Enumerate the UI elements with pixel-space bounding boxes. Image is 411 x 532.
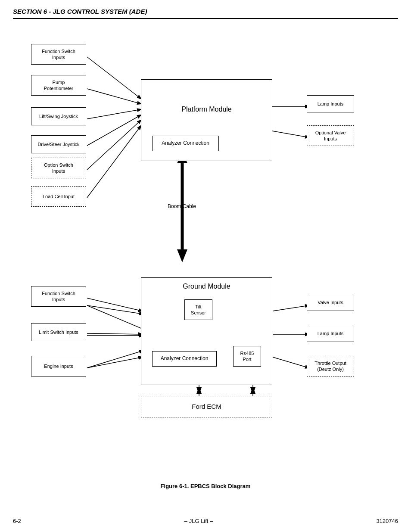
platform-module-box: Platform Module Analyzer Connection <box>141 79 272 161</box>
svg-line-17 <box>87 357 142 368</box>
svg-line-11 <box>87 305 143 314</box>
header-title: SECTION 6 - JLG CONTROL SYSTEM (ADE) <box>13 8 147 15</box>
engine-inputs: Engine Inputs <box>31 356 86 376</box>
page-header: SECTION 6 - JLG CONTROL SYSTEM (ADE) <box>13 8 398 19</box>
svg-line-2 <box>87 109 141 119</box>
ford-ecm-label: Ford ECM <box>192 402 221 411</box>
svg-line-3 <box>87 115 141 146</box>
option-switch-inputs: Option SwitchInputs <box>31 158 86 178</box>
svg-marker-10 <box>177 249 187 262</box>
svg-line-5 <box>87 126 141 198</box>
svg-line-20 <box>273 357 309 368</box>
page: SECTION 6 - JLG CONTROL SYSTEM (ADE) <box>0 0 411 532</box>
boom-cable-label: Boom Cable <box>147 203 216 209</box>
platform-module-label: Platform Module <box>181 105 232 114</box>
analyzer-conn-bottom-box: Analyzer Connection <box>152 351 217 367</box>
func-switch-inputs-bottom: Function SwitchInputs <box>31 286 86 307</box>
lamp-inputs-bottom: Lamp Inputs <box>307 325 354 342</box>
rs485-port-box: Rs485Port <box>233 346 261 367</box>
func-switch-inputs-top: Function SwitchInputs <box>31 44 86 65</box>
svg-marker-25 <box>250 387 255 395</box>
svg-line-15 <box>87 298 142 311</box>
svg-line-1 <box>87 89 141 104</box>
ford-ecm-box: Ford ECM <box>141 396 272 417</box>
svg-line-0 <box>87 57 141 99</box>
valve-inputs: Valve Inputs <box>307 294 354 311</box>
drive-steer-joystick: Drive/Steer Joystick <box>31 135 86 153</box>
throttle-output: Throttle Output(Deutz Only) <box>307 356 354 376</box>
limit-switch-inputs: Limit Switch Inputs <box>31 323 86 341</box>
footer-right: 3120746 <box>376 518 398 524</box>
svg-line-18 <box>273 305 309 311</box>
svg-marker-26 <box>250 386 255 394</box>
analyzer-conn-top-box: Analyzer Connection <box>152 136 219 151</box>
analyzer-conn-top-label: Analyzer Connection <box>162 140 209 147</box>
lift-swing-joystick: Lift/Swing Joystick <box>31 107 86 125</box>
svg-line-12 <box>87 305 143 329</box>
load-cell-input: Load Cell Input <box>31 186 86 207</box>
svg-marker-24 <box>196 386 202 394</box>
svg-line-4 <box>87 120 141 170</box>
footer-left: 6-2 <box>13 518 21 524</box>
page-footer: 6-2 – JLG Lift – 3120746 <box>13 518 398 524</box>
svg-line-16 <box>87 333 142 334</box>
tilt-sensor-box: TiltSensor <box>184 299 212 320</box>
lamp-inputs-top: Lamp Inputs <box>307 95 354 112</box>
analyzer-conn-bottom-label: Analyzer Connection <box>161 355 209 362</box>
ground-module-label: Ground Module <box>141 282 272 291</box>
svg-line-14 <box>87 351 143 368</box>
optional-valve-inputs: Optional ValveInputs <box>307 125 354 146</box>
ground-module-box: Ground Module TiltSensor Analyzer Connec… <box>141 277 272 385</box>
svg-line-7 <box>272 131 309 137</box>
footer-center: – JLG Lift – <box>184 518 213 524</box>
figure-caption: Figure 6-1. EPBCS Block Diagram <box>14 483 397 489</box>
svg-marker-23 <box>196 387 202 395</box>
diagram-area: Platform Module Analyzer Connection Func… <box>14 23 397 506</box>
pump-potentiometer: PumpPotentiometer <box>31 75 86 96</box>
